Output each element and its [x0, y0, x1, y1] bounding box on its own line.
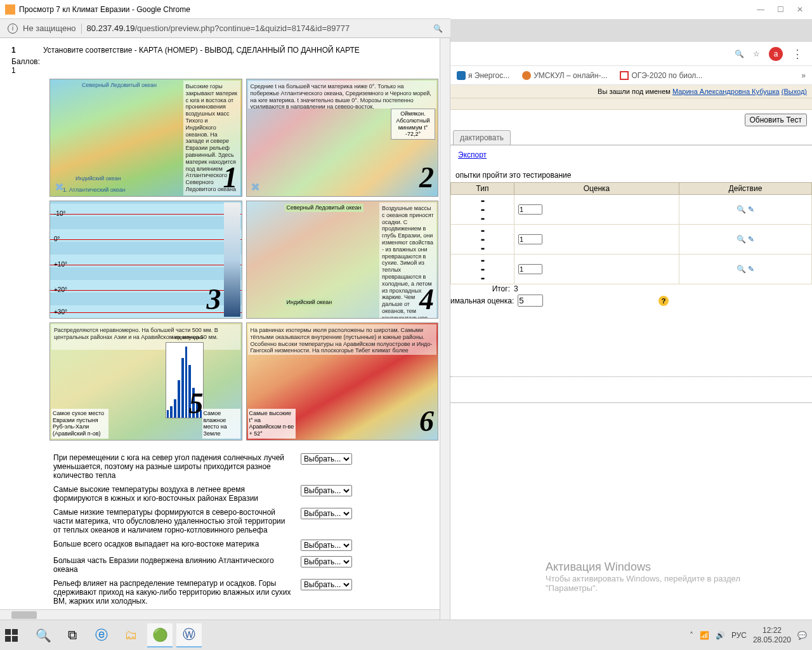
match-select[interactable]: Выбрать...: [301, 453, 352, 465]
table-row: ▪▪▪▪▪▪ 🔍 ✎: [451, 195, 812, 225]
bg-window-controls: — ☐ ✕: [450, 0, 812, 19]
info-icon[interactable]: i: [8, 23, 18, 34]
close-icon[interactable]: ✕: [797, 5, 803, 14]
th-grade: Оценка: [514, 183, 679, 195]
task-view-icon[interactable]: ⧉: [60, 623, 85, 647]
logout-link[interactable]: (Выход): [782, 88, 807, 95]
windows-activation-watermark: Активация Windows Чтобы активировать Win…: [546, 560, 774, 593]
explorer-icon[interactable]: 🗂: [118, 623, 143, 647]
list-icon: ▪▪▪▪▪▪: [481, 227, 484, 252]
match-stem: При перемещении с юга на север угол паде…: [49, 451, 297, 482]
language-indicator[interactable]: РУС: [731, 631, 747, 640]
bookmarks-bar: я Энергос... УМСКУЛ – онлайн-... ОГЭ-202…: [450, 66, 812, 85]
menu-icon[interactable]: ⋮: [792, 47, 803, 61]
grade-input[interactable]: [518, 234, 542, 244]
edit-icon[interactable]: ✎: [748, 205, 754, 214]
map-card-2: Средние t на большей части материка ниже…: [246, 79, 439, 197]
bg-toolbar: 🔍 ☆ а ⋮: [450, 42, 812, 66]
background-browser-window: — ☐ ✕ 🔍 ☆ а ⋮ я Энергос... УМСКУЛ – онла…: [450, 0, 812, 620]
security-label: Не защищено: [23, 23, 76, 33]
notifications-icon[interactable]: 💬: [797, 631, 807, 640]
bg-tabs-bar: [450, 19, 812, 42]
map-card-5: Распределяются неравномерно. На большей …: [49, 322, 242, 441]
edge-icon[interactable]: ⓔ: [89, 623, 114, 647]
match-select[interactable]: Выбрать...: [301, 485, 352, 496]
score-label: Баллов: 1: [11, 57, 43, 75]
vertical-scrollbar[interactable]: [440, 38, 450, 620]
table-row: ▪▪▪▪▪▪ 🔍 ✎: [451, 225, 812, 255]
map-card-3: -10° 0° +10° +20° +30° 3: [49, 201, 242, 319]
match-table: При перемещении с юга на север угол паде…: [49, 451, 392, 608]
url-display[interactable]: 80.237.49.19/question/preview.php?contin…: [87, 23, 428, 33]
minimize-icon[interactable]: —: [757, 5, 764, 14]
word-icon[interactable]: Ⓦ: [176, 623, 202, 647]
start-button[interactable]: [5, 629, 18, 642]
chrome-icon[interactable]: 🟢: [147, 623, 173, 647]
system-tray: ˄ 📶 🔊 РУС 12:22 28.05.2020 💬: [690, 626, 807, 644]
preview-icon[interactable]: 🔍: [737, 235, 746, 244]
taskbar: 🔍 ⧉ ⓔ 🗂 🟢 Ⓦ ˄ 📶 🔊 РУС 12:22 28.05.2020 💬: [0, 620, 812, 650]
maximize-icon[interactable]: ☐: [777, 5, 784, 14]
match-stem: Больше всего осадков выпадает на юго-вос…: [49, 537, 297, 554]
list-icon: ▪▪▪▪▪▪: [481, 257, 484, 282]
match-stem: Самые высокие температуры воздуха в летн…: [49, 482, 297, 505]
match-stem: Рельеф влияет на распределение температу…: [49, 576, 297, 608]
map-card-6: На равнинах изотермы июля расположены по…: [246, 322, 439, 441]
map-card-1: Северный Ледовитый океан Индийский океан…: [49, 79, 242, 197]
horizontal-scrollbar[interactable]: [0, 609, 440, 620]
help-icon[interactable]: ?: [658, 296, 669, 306]
map-card-4: Северный Ледовитый океан Воздушные массы…: [246, 201, 439, 319]
favicon-icon: [5, 4, 15, 15]
zoom-icon[interactable]: 🔍: [735, 50, 744, 58]
match-stem: Самые низкие температуры формируются в с…: [49, 505, 297, 537]
update-test-button[interactable]: Обновить Тест: [745, 114, 808, 126]
remove-image-icon[interactable]: ✖: [53, 181, 65, 194]
attempts-table: Тип Оценка Действие ▪▪▪▪▪▪ 🔍 ✎ ▪▪▪▪▪▪ 🔍 …: [450, 182, 812, 284]
match-select[interactable]: Выбрать...: [301, 540, 352, 551]
list-icon: ▪▪▪▪▪▪: [481, 197, 484, 222]
attempts-heading: опытки пройти это тестирование: [450, 171, 812, 182]
table-row: ▪▪▪▪▪▪ 🔍 ✎: [451, 255, 812, 284]
match-select[interactable]: Выбрать...: [301, 556, 352, 567]
edit-icon[interactable]: ✎: [748, 235, 754, 244]
bookmark-item[interactable]: я Энергос...: [457, 71, 509, 80]
match-stem: Большая часть Евразии подвержена влиянию…: [49, 554, 297, 576]
profile-avatar[interactable]: а: [769, 47, 783, 61]
tab-edit[interactable]: дактировать: [453, 130, 511, 145]
user-link[interactable]: Марина Александровна Кубушка: [672, 88, 780, 95]
preview-icon[interactable]: 🔍: [737, 265, 746, 274]
max-grade-input[interactable]: [518, 295, 543, 307]
login-info: Вы зашли под именем Марина Александровна…: [450, 85, 812, 98]
export-link[interactable]: Экспорт: [458, 150, 487, 159]
edit-icon[interactable]: ✎: [748, 265, 754, 274]
th-type: Тип: [451, 183, 514, 195]
preview-icon[interactable]: 🔍: [737, 205, 746, 214]
question-text: Установите соответствие - КАРТА (НОМЕР) …: [43, 46, 438, 75]
grade-input[interactable]: [518, 204, 542, 215]
page-tabs: дактировать: [450, 130, 812, 145]
star-icon[interactable]: ☆: [753, 50, 760, 58]
tray-chevron-icon[interactable]: ˄: [690, 631, 693, 640]
match-select[interactable]: Выбрать...: [301, 579, 352, 590]
match-select[interactable]: Выбрать...: [301, 508, 352, 519]
remove-image-icon[interactable]: ✖: [249, 181, 262, 194]
th-action: Действие: [679, 183, 812, 195]
bookmark-item[interactable]: ОГЭ-2020 по биол...: [620, 71, 702, 80]
search-icon[interactable]: 🔍: [433, 24, 443, 33]
network-icon[interactable]: 📶: [700, 631, 709, 640]
bookmarks-overflow-icon[interactable]: »: [801, 71, 806, 80]
volume-icon[interactable]: 🔊: [716, 631, 725, 640]
clock[interactable]: 12:22 28.05.2020: [753, 626, 791, 644]
popup-content-area: 1 Баллов: 1 Установите соответствие - КА…: [0, 38, 450, 620]
search-icon[interactable]: 🔍: [30, 623, 56, 647]
bookmark-item[interactable]: УМСКУЛ – онлайн-...: [522, 71, 607, 80]
popup-address-bar: i Не защищено 80.237.49.19/question/prev…: [0, 19, 450, 38]
question-number: 1: [11, 46, 16, 55]
grade-input[interactable]: [518, 264, 542, 274]
